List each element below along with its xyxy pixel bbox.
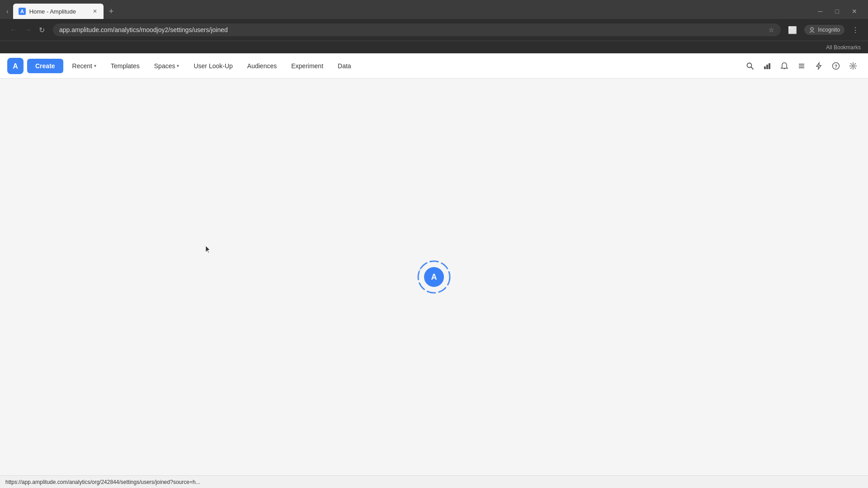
amplitude-logo-icon: A (10, 61, 20, 71)
new-tab-button[interactable]: + (105, 5, 118, 18)
search-button[interactable] (742, 58, 758, 74)
url-text: app.amplitude.com/analytics/moodjoy2/set… (59, 26, 765, 33)
lightning-button[interactable] (811, 58, 826, 74)
tab-bar: ‹ A Home - Amplitude ✕ + ─ □ ✕ (0, 0, 868, 19)
svg-point-2 (811, 28, 813, 30)
amplitude-logo[interactable]: A (7, 58, 24, 74)
svg-point-14 (852, 65, 854, 67)
svg-text:A: A (13, 62, 18, 70)
incognito-badge: Incognito (804, 25, 844, 35)
forward-button[interactable]: → (22, 24, 34, 36)
browser-chrome: ‹ A Home - Amplitude ✕ + ─ □ ✕ ← → (0, 0, 868, 53)
recent-chevron-icon: ▾ (94, 63, 96, 68)
incognito-icon (809, 27, 815, 33)
nav-buttons: ← → ↻ (7, 24, 47, 36)
spaces-chevron-icon: ▾ (177, 63, 179, 68)
svg-text:A: A (20, 9, 24, 14)
refresh-button[interactable]: ↻ (36, 24, 47, 36)
close-window-button[interactable]: ✕ (848, 6, 861, 17)
list-icon (797, 62, 806, 70)
settings-button[interactable] (845, 58, 861, 74)
address-bar: ← → ↻ app.amplitude.com/analytics/moodjo… (0, 19, 868, 41)
back-button[interactable]: ← (7, 24, 20, 36)
svg-rect-6 (764, 66, 766, 69)
spinner-logo: A (424, 267, 444, 287)
tab-bar-right: ─ □ ✕ (815, 6, 864, 17)
app-navbar: A Create Recent ▾ Templates Spaces ▾ Use… (0, 53, 868, 79)
main-content: A (0, 79, 868, 475)
search-icon (746, 62, 754, 70)
maximize-button[interactable]: □ (832, 6, 843, 17)
browser-right-icons: ⬜ Incognito ⋮ (786, 24, 861, 36)
bell-icon (780, 62, 788, 70)
nav-item-recent[interactable]: Recent ▾ (67, 59, 102, 73)
incognito-label: Incognito (818, 27, 840, 33)
chart-button[interactable] (760, 58, 775, 74)
status-bar: https://app.amplitude.com/analytics/org/… (0, 475, 868, 488)
svg-text:A: A (431, 272, 437, 282)
svg-rect-7 (766, 65, 768, 69)
nav-item-user-lookup[interactable]: User Look-Up (188, 59, 238, 73)
tab-title: Home - Amplitude (29, 8, 88, 15)
list-button[interactable] (794, 58, 809, 74)
tab-nav-previous[interactable]: ‹ (4, 6, 11, 17)
help-button[interactable]: ? (828, 58, 844, 74)
url-actions: ☆ (769, 26, 774, 33)
create-button[interactable]: Create (27, 59, 63, 73)
lightning-icon (815, 62, 823, 70)
nav-item-spaces[interactable]: Spaces ▾ (149, 59, 185, 73)
spinner-logo-icon: A (428, 271, 440, 283)
bookmarks-link[interactable]: All Bookmarks (826, 44, 861, 51)
nav-item-data[interactable]: Data (332, 59, 357, 73)
bookmark-icon[interactable]: ☆ (769, 26, 774, 33)
status-url: https://app.amplitude.com/analytics/org/… (5, 479, 200, 485)
svg-rect-8 (769, 63, 770, 69)
profile-icon[interactable]: ⬜ (786, 24, 799, 36)
tab-favicon: A (19, 8, 26, 15)
url-bar[interactable]: app.amplitude.com/analytics/moodjoy2/set… (53, 23, 781, 36)
spinner-wrapper: A (416, 259, 452, 295)
cursor (206, 246, 211, 254)
tab-close-button[interactable]: ✕ (92, 7, 98, 15)
loading-container: A (416, 259, 452, 295)
browser-menu-icon[interactable]: ⋮ (850, 24, 861, 36)
settings-icon (849, 62, 857, 70)
chart-icon (763, 62, 771, 70)
svg-line-5 (751, 67, 754, 69)
bookmarks-bar: All Bookmarks (0, 41, 868, 53)
notifications-button[interactable] (777, 58, 792, 74)
active-tab[interactable]: A Home - Amplitude ✕ (13, 4, 104, 19)
minimize-button[interactable]: ─ (815, 6, 826, 17)
svg-text:?: ? (835, 64, 837, 69)
nav-item-audiences[interactable]: Audiences (242, 59, 282, 73)
nav-item-experiment[interactable]: Experiment (286, 59, 329, 73)
tab-bar-left: ‹ A Home - Amplitude ✕ + (4, 4, 117, 19)
nav-right-icons: ? (742, 58, 861, 74)
help-icon: ? (832, 62, 840, 70)
nav-item-templates[interactable]: Templates (105, 59, 145, 73)
